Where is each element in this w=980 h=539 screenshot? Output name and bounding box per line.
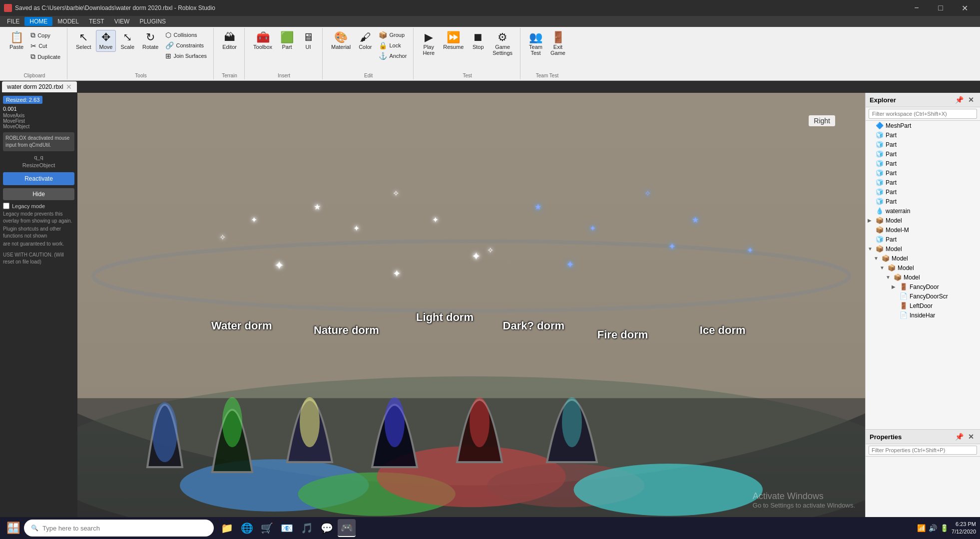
group-button[interactable]: 📦 Group: [376, 30, 409, 40]
taskbar-store[interactable]: 🛒: [258, 519, 276, 537]
select-button[interactable]: ↖ Select: [72, 30, 95, 52]
taskbar-battery-icon[interactable]: 🔋: [940, 524, 949, 532]
windows-icon: 🪟: [6, 522, 20, 535]
tree-item-model-4[interactable]: ▼ 📦 Model: [866, 263, 980, 272]
game-settings-button[interactable]: ⚙ Game Settings: [489, 30, 516, 58]
ribbon-group-clipboard: 📋 Paste ⧉ Copy ✂ Cut ⧉ Duplicate: [2, 28, 67, 79]
ribbon-group-test: ▶ Play Here ⏩ Resume ⏹ Stop ⚙ Game Setti…: [415, 28, 520, 79]
tree-item-part-3[interactable]: 🧊 Part: [866, 149, 980, 159]
tree-item-model-2[interactable]: ▼ 📦 Model: [866, 244, 980, 254]
taskbar-message[interactable]: 💬: [318, 519, 336, 537]
tab-water-dorm[interactable]: water dorm 2020.rbxl ✕: [2, 81, 77, 92]
explorer-header-icons: 📌 ✕: [954, 95, 976, 105]
tree-item-part-2[interactable]: 🧊 Part: [866, 140, 980, 149]
taskbar-clock[interactable]: 6:23 PM 7/12/2020: [952, 521, 976, 536]
copy-button[interactable]: ⧉ Copy: [28, 30, 63, 40]
left-panel: Resized: 2.63 0.001 MoveAxis MoveFirst M…: [0, 93, 77, 529]
tree-item-insidehar[interactable]: 📄 InsideHar: [866, 310, 980, 320]
close-button[interactable]: ✕: [953, 0, 976, 16]
tree-item-part-5[interactable]: 🧊 Part: [866, 168, 980, 178]
material-button[interactable]: 🎨 Material: [328, 30, 354, 52]
explorer-close-button[interactable]: ✕: [966, 95, 976, 105]
minimize-button[interactable]: −: [905, 0, 928, 16]
ribbon-group-terrain: 🏔 Editor Terrain: [215, 28, 245, 79]
tree-item-model-3[interactable]: ▼ 📦 Model: [866, 254, 980, 263]
menu-view[interactable]: VIEW: [109, 17, 135, 26]
properties-panel: Properties 📌 ✕: [866, 429, 980, 529]
svg-point-10: [222, 397, 242, 447]
editor-button[interactable]: 🏔 Editor: [219, 30, 240, 52]
tree-item-part-8[interactable]: 🧊 Part: [866, 197, 980, 206]
select-icon: ↖: [79, 32, 88, 43]
taskbar-music[interactable]: 🎵: [298, 519, 316, 537]
taskbar-roblox[interactable]: 🎮: [338, 519, 356, 537]
join-surfaces-button[interactable]: ⊞ Join Surfaces: [163, 51, 209, 61]
move-button[interactable]: ✥ Move: [96, 30, 116, 52]
taskbar-volume-icon[interactable]: 🔊: [929, 524, 937, 532]
properties-search: [866, 444, 980, 457]
tree-item-part-4[interactable]: 🧊 Part: [866, 159, 980, 168]
stop-button[interactable]: ⏹ Stop: [468, 30, 488, 52]
color-button[interactable]: 🖌 Color: [355, 30, 375, 52]
play-button[interactable]: ▶ Play Here: [419, 30, 439, 58]
tree-item-part-7[interactable]: 🧊 Part: [866, 187, 980, 197]
menu-model[interactable]: MODEL: [52, 17, 84, 26]
tree-item-part-1[interactable]: 🧊 Part: [866, 130, 980, 140]
taskbar-file-explorer[interactable]: 📁: [218, 519, 236, 537]
legacy-mode-checkbox[interactable]: [3, 203, 9, 209]
properties-pin-button[interactable]: 📌: [954, 432, 964, 442]
tree-item-part-9[interactable]: 🧊 Part: [866, 235, 980, 244]
hide-button[interactable]: Hide: [3, 188, 74, 200]
taskbar-search-input[interactable]: [42, 525, 207, 532]
tree-item-fancydoorsrc[interactable]: 📄 FancyDoorScr: [866, 291, 980, 301]
tree-item-part-6[interactable]: 🧊 Part: [866, 178, 980, 187]
taskbar-browser[interactable]: 🌐: [238, 519, 256, 537]
search-icon: 🔍: [31, 525, 38, 532]
clipboard-buttons: 📋 Paste ⧉ Copy ✂ Cut ⧉ Duplicate: [6, 28, 63, 72]
tree-item-waterrain[interactable]: 💧 waterrain: [866, 206, 980, 216]
exit-game-button[interactable]: 🚪 Exit Game: [547, 30, 569, 58]
reactivate-button[interactable]: Reactivate: [3, 172, 74, 185]
main-area: Resized: 2.63 0.001 MoveAxis MoveFirst M…: [0, 93, 980, 529]
left-value-row: 0.001 MoveAxis MoveFirst MoveObject: [3, 106, 74, 129]
anchor-button[interactable]: ⚓ Anchor: [376, 51, 409, 61]
taskbar-right: 📶 🔊 🔋 6:23 PM 7/12/2020: [917, 521, 976, 536]
part-button[interactable]: 🟩 Part: [277, 30, 297, 52]
tree-item-model-1[interactable]: ▶ 📦 Model: [866, 216, 980, 225]
taskbar-search-box[interactable]: 🔍: [24, 520, 214, 537]
tree-item-leftdoor[interactable]: 🚪 LeftDoor: [866, 301, 980, 310]
constraints-button[interactable]: 🔗 Constraints: [163, 40, 209, 50]
tree-item-model-m[interactable]: 📦 Model-M: [866, 225, 980, 235]
team-test-buttons: 👥 Team Test 🚪 Exit Game: [525, 28, 569, 72]
menu-plugins[interactable]: PLUGINS: [134, 17, 171, 26]
cut-button[interactable]: ✂ Cut: [28, 41, 63, 51]
scale-button[interactable]: ⤡ Scale: [117, 30, 138, 52]
resume-button[interactable]: ⏩ Resume: [440, 30, 467, 52]
tree-item-model-5[interactable]: ▼ 📦 Model: [866, 272, 980, 282]
menu-home[interactable]: HOME: [24, 17, 52, 26]
taskbar-network-icon[interactable]: 📶: [917, 524, 926, 532]
duplicate-button[interactable]: ⧉ Duplicate: [28, 51, 63, 62]
properties-close-button[interactable]: ✕: [966, 432, 976, 442]
explorer-pin-button[interactable]: 📌: [954, 95, 964, 105]
viewport[interactable]: ✦ ✧ ★ ✦ ✧ ✦ ✧ ★ ✦ ✧ ★ ✦ ✦ ✦ ✦ ✦ ✦ Right …: [77, 93, 865, 529]
tree-item-fancydoor[interactable]: ▶ 🚪 FancyDoor: [866, 282, 980, 291]
maximize-button[interactable]: □: [929, 0, 952, 16]
tree-item-meshpart[interactable]: 🔷 MeshPart: [866, 121, 980, 130]
taskbar-mail[interactable]: 📧: [278, 519, 296, 537]
team-test-button[interactable]: 👥 Team Test: [525, 30, 546, 58]
menu-test[interactable]: TEST: [84, 17, 109, 26]
svg-point-9: [152, 402, 177, 462]
paste-button[interactable]: 📋 Paste: [6, 30, 27, 52]
menu-file[interactable]: FILE: [2, 17, 24, 26]
collisions-button[interactable]: ⬡ Collisions: [163, 30, 209, 40]
rotate-button[interactable]: ↻ Rotate: [139, 30, 162, 52]
ui-button[interactable]: 🖥 UI: [298, 30, 318, 52]
explorer-search-input[interactable]: [869, 109, 977, 119]
svg-point-13: [470, 397, 490, 447]
tab-close-icon[interactable]: ✕: [66, 83, 72, 91]
lock-button[interactable]: 🔒 Lock: [376, 40, 409, 50]
properties-search-input[interactable]: [869, 446, 977, 455]
start-button[interactable]: 🪟: [4, 519, 22, 537]
toolbox-button[interactable]: 🧰 Toolbox: [250, 30, 276, 52]
